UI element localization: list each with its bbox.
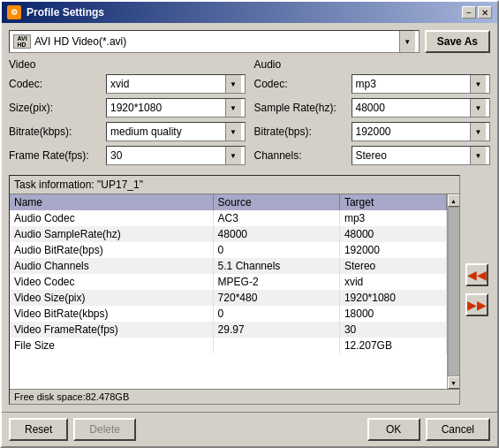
table-cell-1: 720*480 (213, 290, 339, 306)
prev-button[interactable]: ◀◀ (465, 263, 488, 286)
scrollbar-up-button[interactable]: ▲ (448, 194, 460, 207)
audio-channels-label: Channels: (254, 149, 352, 162)
audio-channels-value: Stereo (356, 149, 471, 162)
table-row: Audio BitRate(bps)0192000 (10, 242, 447, 258)
table-cell-2: 18000 (339, 306, 446, 322)
audio-channels-row: Channels: Stereo ▼ (254, 146, 491, 165)
profile-select[interactable]: AVIHD AVI HD Video(*.avi) ▼ (9, 30, 420, 53)
close-button[interactable]: ✕ (478, 6, 492, 19)
table-cell-0: Video BitRate(kbps) (10, 306, 213, 322)
video-codec-select[interactable]: xvid ▼ (106, 74, 246, 94)
profile-dropdown-arrow[interactable]: ▼ (399, 31, 415, 52)
audio-bitrate-value: 192000 (356, 125, 471, 138)
col-target: Target (339, 194, 446, 210)
audio-panel-title: Audio (254, 58, 491, 71)
video-bitrate-value: medium quality (110, 125, 225, 138)
audio-codec-select[interactable]: mp3 ▼ (352, 74, 491, 94)
video-framerate-label: Frame Rate(fps): (9, 149, 106, 162)
video-bitrate-arrow[interactable]: ▼ (225, 123, 241, 140)
table-row: Video BitRate(kbps)018000 (10, 306, 447, 322)
table-row: Video Size(pix)720*4801920*1080 (10, 290, 447, 306)
profile-settings-window: ⚙ Profile Settings − ✕ AVIHD AVI HD Vide… (0, 0, 499, 448)
minimize-button[interactable]: − (462, 6, 476, 19)
video-framerate-value: 30 (110, 149, 225, 162)
video-bitrate-label: Bitrate(kbps): (9, 125, 106, 138)
video-codec-label: Codec: (9, 78, 106, 90)
table-scrollbar: ▲ ▼ (447, 194, 459, 389)
table-cell-0: Audio BitRate(bps) (10, 242, 213, 258)
audio-bitrate-row: Bitrate(bps): 192000 ▼ (254, 122, 491, 141)
video-panel: Video Codec: xvid ▼ Size(pix): 1920*1080… (9, 58, 246, 170)
free-disk-label: Free disk space:82.478GB (10, 389, 459, 404)
video-codec-arrow[interactable]: ▼ (225, 75, 241, 93)
window-icon: ⚙ (7, 5, 21, 19)
title-bar: ⚙ Profile Settings − ✕ (2, 2, 497, 23)
audio-samplerate-label: Sample Rate(hz): (254, 102, 352, 114)
col-name: Name (10, 194, 213, 210)
task-table: Name Source Target Audio CodecAC3mp3Audi… (10, 194, 447, 353)
audio-bitrate-arrow[interactable]: ▼ (470, 123, 486, 140)
table-row: File Size12.207GB (10, 338, 447, 353)
audio-channels-select[interactable]: Stereo ▼ (352, 146, 491, 165)
scrollbar-thumb[interactable] (448, 207, 460, 376)
table-cell-1: 0 (213, 242, 339, 258)
side-nav-buttons: ◀◀ ▶▶ (464, 175, 490, 405)
table-cell-0: Video Size(pix) (10, 290, 213, 306)
audio-panel: Audio Codec: mp3 ▼ Sample Rate(hz): 4800… (254, 58, 491, 170)
video-bitrate-row: Bitrate(kbps): medium quality ▼ (9, 122, 246, 141)
video-framerate-select[interactable]: 30 ▼ (106, 146, 246, 165)
scrollbar-down-button[interactable]: ▼ (448, 376, 460, 389)
table-cell-0: Audio SampleRate(hz) (10, 226, 213, 242)
audio-samplerate-arrow[interactable]: ▼ (470, 99, 486, 117)
reset-button[interactable]: Reset (9, 418, 68, 441)
table-row: Audio Channels5.1 ChannelsStereo (10, 258, 447, 274)
col-source: Source (213, 194, 339, 210)
audio-bitrate-select[interactable]: 192000 ▼ (352, 122, 491, 141)
table-cell-2: Stereo (339, 258, 446, 274)
table-row: Audio SampleRate(hz)4800048000 (10, 226, 447, 242)
video-bitrate-select[interactable]: medium quality ▼ (106, 122, 246, 141)
table-cell-0: Video Codec (10, 274, 213, 290)
table-cell-1: 5.1 Channels (213, 258, 339, 274)
task-table-scroll[interactable]: Name Source Target Audio CodecAC3mp3Audi… (10, 194, 447, 389)
table-row: Video CodecMPEG-2xvid (10, 274, 447, 290)
table-cell-1: 0 (213, 306, 339, 322)
table-cell-0: Audio Codec (10, 210, 213, 226)
content-area: AVIHD AVI HD Video(*.avi) ▼ Save As Vide… (2, 23, 497, 412)
video-size-select[interactable]: 1920*1080 ▼ (106, 98, 246, 118)
video-framerate-arrow[interactable]: ▼ (225, 147, 241, 164)
table-row: Video FrameRate(fps)29.9730 (10, 322, 447, 338)
table-cell-0: Audio Channels (10, 258, 213, 274)
audio-samplerate-select[interactable]: 48000 ▼ (352, 98, 491, 118)
task-info-section: Task information: "UP17_1" Name Source T… (9, 175, 460, 405)
table-cell-0: File Size (10, 338, 213, 353)
save-as-button[interactable]: Save As (425, 30, 490, 53)
next-button[interactable]: ▶▶ (465, 293, 488, 316)
table-cell-1: AC3 (213, 210, 339, 226)
table-cell-2: 48000 (339, 226, 446, 242)
table-cell-2: xvid (339, 274, 446, 290)
video-panel-title: Video (9, 58, 246, 71)
table-row: Audio CodecAC3mp3 (10, 210, 447, 226)
audio-codec-arrow[interactable]: ▼ (470, 75, 486, 93)
video-size-arrow[interactable]: ▼ (225, 99, 241, 117)
audio-channels-arrow[interactable]: ▼ (470, 147, 486, 164)
task-table-container: Name Source Target Audio CodecAC3mp3Audi… (10, 194, 459, 389)
audio-samplerate-value: 48000 (356, 102, 471, 114)
table-cell-2: 12.207GB (339, 338, 446, 353)
table-cell-2: 192000 (339, 242, 446, 258)
cancel-button[interactable]: Cancel (426, 418, 490, 441)
table-cell-1: 29.97 (213, 322, 339, 338)
table-cell-2: mp3 (339, 210, 446, 226)
video-size-row: Size(pix): 1920*1080 ▼ (9, 98, 246, 118)
table-header-row: Name Source Target (10, 194, 447, 210)
profile-value: AVI HD Video(*.avi) (34, 35, 396, 48)
audio-bitrate-label: Bitrate(bps): (254, 125, 352, 138)
ok-button[interactable]: OK (367, 418, 420, 441)
table-cell-1: MPEG-2 (213, 274, 339, 290)
task-info-title: Task information: "UP17_1" (10, 176, 459, 194)
table-cell-2: 1920*1080 (339, 290, 446, 306)
audio-codec-row: Codec: mp3 ▼ (254, 74, 491, 94)
profile-row: AVIHD AVI HD Video(*.avi) ▼ Save As (9, 30, 490, 53)
delete-button[interactable]: Delete (73, 418, 136, 441)
